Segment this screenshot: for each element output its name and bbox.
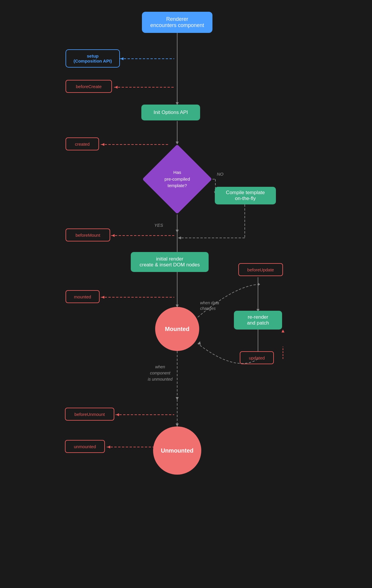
svg-marker-30 bbox=[258, 283, 260, 286]
svg-marker-21 bbox=[120, 57, 123, 60]
no-label: NO bbox=[217, 172, 224, 177]
yes-label: YES bbox=[154, 223, 163, 228]
svg-marker-5 bbox=[176, 230, 179, 233]
unmounted-hook-node: unmounted bbox=[65, 440, 105, 453]
mounted-hook-node: mounted bbox=[66, 290, 100, 303]
created-node: created bbox=[66, 137, 99, 150]
svg-marker-11 bbox=[178, 236, 181, 239]
svg-marker-27 bbox=[112, 234, 115, 237]
compile-template-node: Compile template on-the-fly bbox=[215, 187, 276, 204]
when-unmounted-label: when component is unmounted bbox=[148, 358, 172, 382]
svg-marker-42 bbox=[281, 330, 284, 332]
diamond-label: Has pre-compiled template? bbox=[165, 170, 190, 188]
init-options-node: Init Options API bbox=[141, 105, 200, 120]
before-update-node: beforeUpdate bbox=[238, 263, 283, 276]
updated-node: updated bbox=[240, 351, 274, 364]
diagram-container: Renderer encounters component setup (Com… bbox=[60, 0, 312, 588]
svg-marker-38 bbox=[107, 446, 110, 448]
svg-marker-23 bbox=[115, 86, 118, 89]
svg-marker-29 bbox=[101, 296, 104, 299]
before-unmount-node: beforeUnmount bbox=[65, 408, 114, 421]
unmounted-circle: Unmounted bbox=[153, 426, 201, 475]
svg-marker-36 bbox=[116, 413, 119, 416]
initial-render-node: initial render create & insert DOM nodes bbox=[131, 252, 209, 272]
before-create-node: beforeCreate bbox=[66, 80, 112, 93]
setup-node: setup (Composition API) bbox=[66, 49, 120, 68]
svg-marker-25 bbox=[101, 143, 104, 146]
svg-marker-19 bbox=[176, 424, 179, 426]
has-template-diamond: Has pre-compiled template? bbox=[142, 144, 212, 214]
when-data-changes-label: when data changes bbox=[200, 294, 219, 312]
svg-marker-17 bbox=[176, 397, 179, 400]
before-mount-node: beforeMount bbox=[66, 229, 110, 241]
mounted-circle: Mounted bbox=[155, 307, 199, 351]
re-render-node: re-render and patch bbox=[234, 311, 282, 330]
svg-marker-34 bbox=[198, 341, 201, 345]
renderer-node: Renderer encounters component bbox=[142, 12, 212, 33]
svg-marker-40 bbox=[176, 424, 179, 426]
